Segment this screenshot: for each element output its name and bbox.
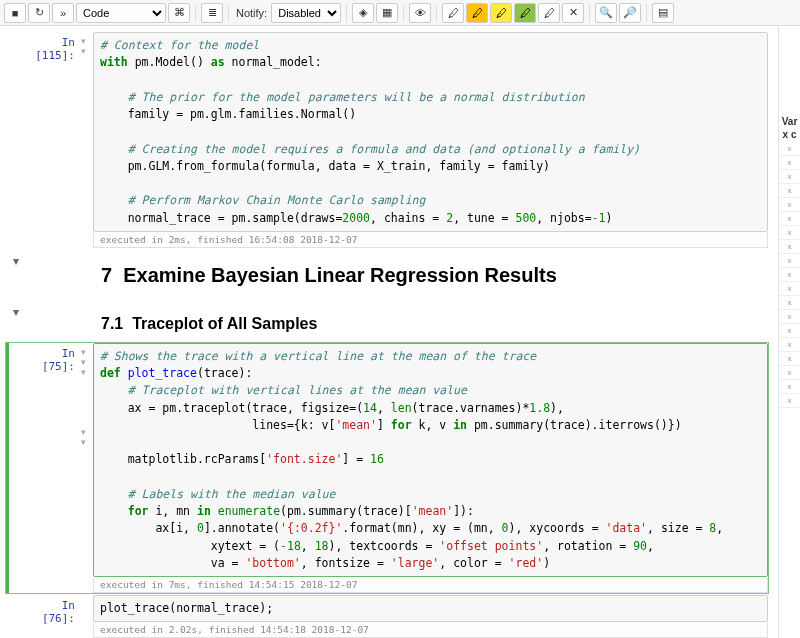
execution-time: executed in 7ms, finished 14:54:15 2018-… bbox=[93, 577, 768, 593]
separator bbox=[646, 4, 647, 22]
restart-run-all-button[interactable]: » bbox=[52, 3, 74, 23]
separator bbox=[346, 4, 347, 22]
panel-header: Var bbox=[779, 116, 800, 127]
markdown-cell[interactable]: ▾ 7 Examine Bayesian Linear Regression R… bbox=[6, 250, 768, 299]
code-input[interactable]: plot_trace(normal_trace); bbox=[93, 595, 768, 622]
marker-clear-button[interactable]: ✕ bbox=[562, 3, 584, 23]
execution-time: executed in 2.02s, finished 14:54:18 201… bbox=[93, 622, 768, 638]
heading-3: 7.1 Traceplot of All Samples bbox=[101, 315, 768, 333]
prompt-label: In [76]: bbox=[26, 595, 81, 638]
variable-row[interactable]: x bbox=[779, 268, 800, 282]
heading-2: 7 Examine Bayesian Linear Regression Res… bbox=[101, 264, 768, 287]
codefolding-button[interactable]: ▤ bbox=[652, 3, 674, 23]
variable-inspector-panel[interactable]: Var x c xxxxxxxxxxxxxxxxxxx bbox=[778, 26, 800, 638]
highlight-yellow-button[interactable]: 🖊 bbox=[490, 3, 512, 23]
separator bbox=[436, 4, 437, 22]
variable-row[interactable]: x bbox=[779, 352, 800, 366]
cell-type-select[interactable]: Code bbox=[76, 3, 166, 23]
marker-button[interactable]: 🖊 bbox=[442, 3, 464, 23]
separator bbox=[589, 4, 590, 22]
variable-row[interactable]: x bbox=[779, 296, 800, 310]
execution-time: executed in 2ms, finished 16:54:08 2018-… bbox=[93, 232, 768, 248]
zoom-out-button[interactable]: 🔎 bbox=[619, 3, 641, 23]
interrupt-button[interactable]: ■ bbox=[4, 3, 26, 23]
code-input[interactable]: # Shows the trace with a vertical line a… bbox=[93, 343, 768, 577]
codefold-toggle[interactable] bbox=[81, 595, 93, 638]
panel-subheader: x c bbox=[779, 129, 800, 140]
separator bbox=[228, 4, 229, 22]
variable-inspector-button[interactable]: ▦ bbox=[376, 3, 398, 23]
highlight-orange-button[interactable]: 🖊 bbox=[466, 3, 488, 23]
table-of-contents-button[interactable]: ≣ bbox=[201, 3, 223, 23]
restart-button[interactable]: ↻ bbox=[28, 3, 50, 23]
variable-row[interactable]: x bbox=[779, 240, 800, 254]
codefold-toggle[interactable]: ▾▾ bbox=[81, 32, 93, 248]
variable-row[interactable]: x bbox=[779, 310, 800, 324]
marker-erase-button[interactable]: 🖊 bbox=[538, 3, 560, 23]
code-input[interactable]: # Context for the model with pm.Model() … bbox=[93, 32, 768, 232]
scratchpad-button[interactable]: ◈ bbox=[352, 3, 374, 23]
code-cell-selected[interactable]: In [75]: ▾▾▾▾▾ # Shows the trace with a … bbox=[6, 343, 768, 593]
variable-row[interactable]: x bbox=[779, 394, 800, 408]
variable-row[interactable]: x bbox=[779, 282, 800, 296]
variable-row[interactable]: x bbox=[779, 338, 800, 352]
variable-row[interactable]: x bbox=[779, 380, 800, 394]
notify-select[interactable]: Disabled bbox=[271, 3, 341, 23]
variable-row[interactable]: x bbox=[779, 366, 800, 380]
codefold-toggle[interactable]: ▾▾▾▾▾ bbox=[81, 343, 93, 593]
code-cell[interactable]: In [115]: ▾▾ # Context for the model wit… bbox=[6, 32, 768, 248]
variable-row[interactable]: x bbox=[779, 324, 800, 338]
collapse-heading-icon[interactable]: ▾ bbox=[6, 250, 26, 299]
prompt-label: In [115]: bbox=[26, 32, 81, 248]
zoom-in-button[interactable]: 🔍 bbox=[595, 3, 617, 23]
highlight-green-button[interactable]: 🖊 bbox=[514, 3, 536, 23]
collapse-heading-icon[interactable] bbox=[6, 595, 26, 638]
collapse-heading-icon[interactable]: ▾ bbox=[6, 301, 26, 341]
separator bbox=[403, 4, 404, 22]
variable-row[interactable]: x bbox=[779, 142, 800, 156]
variable-row[interactable]: x bbox=[779, 184, 800, 198]
variable-row[interactable]: x bbox=[779, 198, 800, 212]
collapse-heading-icon[interactable] bbox=[6, 32, 26, 248]
collapse-heading-icon[interactable] bbox=[6, 343, 26, 593]
toolbar: ■ ↻ » Code ⌘ ≣ Notify: Disabled ◈ ▦ 👁 🖊 … bbox=[0, 0, 800, 26]
variable-row[interactable]: x bbox=[779, 170, 800, 184]
markdown-cell[interactable]: ▾ 7.1 Traceplot of All Samples bbox=[6, 301, 768, 341]
command-palette-button[interactable]: ⌘ bbox=[168, 3, 190, 23]
prompt-label: In [75]: bbox=[26, 343, 81, 593]
code-cell[interactable]: In [76]: plot_trace(normal_trace); execu… bbox=[6, 595, 768, 638]
notebook-scroll-area[interactable]: In [115]: ▾▾ # Context for the model wit… bbox=[0, 26, 778, 638]
notify-label: Notify: bbox=[236, 7, 267, 19]
variable-row[interactable]: x bbox=[779, 212, 800, 226]
toggle-input-button[interactable]: 👁 bbox=[409, 3, 431, 23]
variable-row[interactable]: x bbox=[779, 226, 800, 240]
separator bbox=[195, 4, 196, 22]
variable-row[interactable]: x bbox=[779, 156, 800, 170]
variable-row[interactable]: x bbox=[779, 254, 800, 268]
